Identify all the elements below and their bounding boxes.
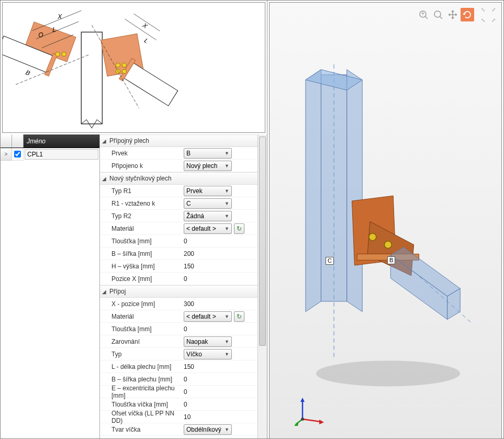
prop-ofset-vicka: Ofset víčka (LL PP NN DD)10 xyxy=(100,411,257,423)
svg-text:X: X xyxy=(57,13,62,20)
select-value: Naopak xyxy=(186,338,208,345)
prop-label: H – výška [mm] xyxy=(100,263,184,270)
select-zarovnani[interactable]: Naopak▼ xyxy=(184,336,232,347)
svg-point-37 xyxy=(385,241,392,249)
select-value: Nový plech xyxy=(186,162,217,170)
prop-x-pozice: X - pozice [mm]300 xyxy=(100,298,257,310)
prop-label: Připojeno k xyxy=(100,162,184,170)
svg-point-26 xyxy=(316,361,461,386)
prop-value[interactable]: 0 xyxy=(184,401,187,408)
prop-label: Materiál xyxy=(100,313,184,320)
prop-value[interactable]: 0 xyxy=(184,325,187,333)
chevron-down-icon: ▼ xyxy=(225,226,229,231)
svg-line-43 xyxy=(303,419,321,422)
prop-label: X - pozice [mm] xyxy=(100,300,184,308)
prop-tvar-vicka: Tvar víčkaObdélníkový▼ xyxy=(100,423,257,436)
svg-marker-42 xyxy=(300,398,305,402)
prop-value[interactable]: 10 xyxy=(184,413,191,421)
label-c: C xyxy=(326,257,334,265)
prop-material-s3: Materiál< default >▼↻ xyxy=(100,310,257,323)
scrollbar-thumb[interactable] xyxy=(259,137,266,346)
svg-marker-44 xyxy=(319,420,324,424)
left-pane: X L O B X L Jméno > ◢Přípojný plech xyxy=(1,1,267,438)
select-material[interactable]: < default >▼ xyxy=(184,223,232,234)
prop-label: Ofset víčka (LL PP NN DD) xyxy=(100,410,184,424)
section-title: Přípojný plech xyxy=(109,137,149,144)
svg-rect-7 xyxy=(124,63,178,106)
prop-label: Typ xyxy=(100,351,184,358)
prop-label: Pozice X [mm] xyxy=(100,275,184,283)
prop-label: R1 - vztaženo k xyxy=(100,200,184,207)
chevron-down-icon: ▼ xyxy=(225,213,229,219)
properties-panel: ◢Přípojný plech Prvek B▼ Připojeno k Nov… xyxy=(100,134,267,438)
select-pripojeno[interactable]: Nový plech▼ xyxy=(184,161,232,171)
select-typ-r2[interactable]: Žádná▼ xyxy=(184,211,232,221)
properties-scrollbar[interactable] xyxy=(257,134,267,438)
prop-tloustka-s3: Tloušťka [mm]0 xyxy=(100,323,257,335)
chevron-down-icon: ▼ xyxy=(225,314,229,319)
chevron-down-icon: ▼ xyxy=(225,352,229,357)
section-novy-stycnik[interactable]: ◢Nový styčníkový plech xyxy=(100,172,257,185)
prop-value[interactable]: 0 xyxy=(184,238,187,245)
prop-pozice-x: Pozice X [mm]0 xyxy=(100,273,257,285)
properties-list: ◢Přípojný plech Prvek B▼ Připojeno k Nov… xyxy=(100,134,257,438)
diagram-panel: X L O B X L xyxy=(2,2,265,133)
prop-value[interactable]: 200 xyxy=(184,250,194,257)
prop-value[interactable]: 0 xyxy=(184,388,187,396)
prop-tloustka-s2: Tloušťka [mm]0 xyxy=(100,235,257,247)
material-lookup-button[interactable]: ↻ xyxy=(234,223,244,234)
prop-pripojeno-k: Připojeno k Nový plech▼ xyxy=(100,160,257,172)
row-checkbox-cell[interactable] xyxy=(12,148,24,161)
material-lookup-button[interactable]: ↻ xyxy=(234,311,244,322)
select-r1-vzt[interactable]: C▼ xyxy=(184,198,232,209)
svg-text:O: O xyxy=(38,31,43,39)
grid-row[interactable]: > xyxy=(1,148,99,161)
collapse-icon: ◢ xyxy=(102,138,109,144)
prop-typ: TypVíčko▼ xyxy=(100,348,257,361)
select-typ[interactable]: Víčko▼ xyxy=(184,349,232,359)
select-prvek[interactable]: B▼ xyxy=(184,148,232,159)
select-value: Obdélníkový xyxy=(186,426,221,433)
diagram-svg: X L O B X L xyxy=(3,3,265,132)
svg-text:L: L xyxy=(143,37,150,44)
svg-point-4 xyxy=(55,52,60,56)
prop-label: Tloušťka víčka [mm] xyxy=(100,401,184,408)
prop-material-s2: Materiál< default >▼↻ xyxy=(100,222,257,235)
prop-zarovnani: ZarovnáníNaopak▼ xyxy=(100,335,257,348)
svg-marker-46 xyxy=(295,421,299,426)
prop-label: Zarovnání xyxy=(100,338,184,345)
row-checkbox[interactable] xyxy=(14,151,21,157)
viewport-3d[interactable]: + ⤡ ⤢ ⤡ ⤢ xyxy=(269,2,502,439)
section-pripojny-plech[interactable]: ◢Přípojný plech xyxy=(100,134,257,147)
row-indicator: > xyxy=(1,148,12,161)
chevron-down-icon: ▼ xyxy=(225,339,229,344)
svg-point-36 xyxy=(369,233,376,241)
section-pripoj[interactable]: ◢Přípoj xyxy=(100,285,257,298)
prop-label: Tloušťka [mm] xyxy=(100,325,184,333)
svg-text:L: L xyxy=(52,26,56,33)
prop-value[interactable]: 0 xyxy=(184,275,187,283)
select-material[interactable]: < default >▼ xyxy=(184,311,232,322)
grid-header: Jméno xyxy=(1,134,99,148)
select-typ-r1[interactable]: Prvek▼ xyxy=(184,186,232,196)
prop-value[interactable]: 300 xyxy=(184,300,194,308)
axis-triad-icon xyxy=(295,396,326,427)
select-value: B xyxy=(186,150,191,157)
prop-r1-vztazeno: R1 - vztaženo kC▼ xyxy=(100,197,257,210)
prop-value[interactable]: 150 xyxy=(184,263,194,270)
prop-label: B – šířka plechu [mm] xyxy=(100,376,184,383)
svg-point-47 xyxy=(301,418,304,421)
section-title: Nový styčníkový plech xyxy=(109,175,172,182)
select-value: Žádná xyxy=(186,212,204,220)
row-name-input[interactable] xyxy=(25,149,98,160)
prop-value[interactable]: 0 xyxy=(184,376,187,383)
svg-rect-0 xyxy=(81,32,102,123)
prop-e-excentricita: E – excentricita plechu [mm]0 xyxy=(100,386,257,398)
svg-point-9 xyxy=(116,63,120,67)
select-tvar-vicka[interactable]: Obdélníkový▼ xyxy=(184,424,232,435)
select-value: Prvek xyxy=(186,187,203,195)
grid-header-spacer xyxy=(1,134,12,148)
prop-value[interactable]: 150 xyxy=(184,363,194,370)
prop-b-sirka: B – šířka [mm]200 xyxy=(100,247,257,260)
select-value: < default > xyxy=(186,313,216,320)
